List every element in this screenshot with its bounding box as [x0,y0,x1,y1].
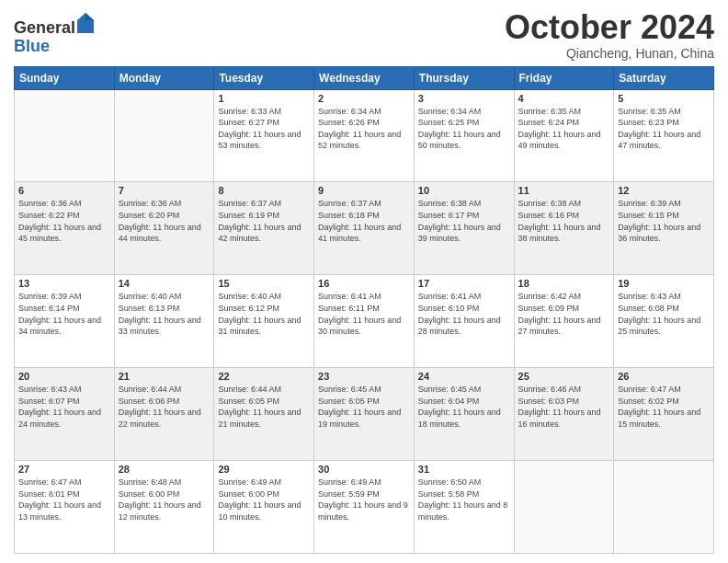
day-cell-15: 13Sunrise: 6:39 AM Sunset: 6:14 PM Dayli… [15,275,115,368]
day-number: 22 [218,371,310,382]
day-cell-1 [15,89,115,182]
day-info: Sunrise: 6:48 AM Sunset: 6:00 PM Dayligh… [119,477,210,523]
day-number: 18 [518,278,610,289]
day-number: 20 [18,371,110,382]
day-cell-33: 31Sunrise: 6:50 AM Sunset: 5:58 PM Dayli… [414,461,514,554]
day-number: 10 [418,185,510,196]
day-number: 26 [618,371,710,382]
day-cell-9: 7Sunrise: 6:36 AM Sunset: 6:20 PM Daylig… [114,182,214,275]
day-cell-6: 4Sunrise: 6:35 AM Sunset: 6:24 PM Daylig… [514,89,614,182]
location: Qiancheng, Hunan, China [505,46,714,61]
day-number: 13 [18,278,110,289]
day-info: Sunrise: 6:43 AM Sunset: 6:08 PM Dayligh… [618,291,710,337]
day-number: 27 [18,464,110,475]
page: General Blue October 2024 Qiancheng, Hun… [0,0,728,563]
weekday-header-row: Sunday Monday Tuesday Wednesday Thursday… [15,66,714,89]
day-cell-10: 8Sunrise: 6:37 AM Sunset: 6:19 PM Daylig… [214,182,314,275]
header-saturday: Saturday [614,66,714,89]
day-cell-18: 16Sunrise: 6:41 AM Sunset: 6:11 PM Dayli… [314,275,415,368]
day-info: Sunrise: 6:47 AM Sunset: 6:01 PM Dayligh… [18,477,110,523]
day-cell-16: 14Sunrise: 6:40 AM Sunset: 6:13 PM Dayli… [114,275,214,368]
svg-marker-1 [85,13,94,20]
header-monday: Monday [114,66,214,89]
day-info: Sunrise: 6:36 AM Sunset: 6:20 PM Dayligh… [119,198,210,244]
logo-general: General [14,18,75,37]
calendar-table: Sunday Monday Tuesday Wednesday Thursday… [14,66,714,554]
day-info: Sunrise: 6:38 AM Sunset: 6:17 PM Dayligh… [418,198,510,244]
day-number: 6 [18,185,110,196]
day-cell-20: 18Sunrise: 6:42 AM Sunset: 6:09 PM Dayli… [514,275,614,368]
day-cell-3: 1Sunrise: 6:33 AM Sunset: 6:27 PM Daylig… [214,89,314,182]
day-cell-24: 22Sunrise: 6:44 AM Sunset: 6:05 PM Dayli… [214,368,314,461]
day-info: Sunrise: 6:44 AM Sunset: 6:05 PM Dayligh… [218,384,310,430]
title-block: October 2024 Qiancheng, Hunan, China [505,9,714,61]
header-wednesday: Wednesday [314,66,415,89]
day-cell-13: 11Sunrise: 6:38 AM Sunset: 6:16 PM Dayli… [514,182,614,275]
day-number: 1 [218,93,310,104]
day-cell-27: 25Sunrise: 6:46 AM Sunset: 6:03 PM Dayli… [514,368,614,461]
logo-icon [77,13,94,33]
day-cell-5: 3Sunrise: 6:34 AM Sunset: 6:25 PM Daylig… [414,89,514,182]
day-number: 9 [318,185,410,196]
day-number: 8 [218,185,310,196]
header-sunday: Sunday [15,66,115,89]
day-info: Sunrise: 6:36 AM Sunset: 6:22 PM Dayligh… [18,198,110,244]
day-info: Sunrise: 6:41 AM Sunset: 6:10 PM Dayligh… [418,291,510,337]
day-number: 15 [218,278,310,289]
day-cell-8: 6Sunrise: 6:36 AM Sunset: 6:22 PM Daylig… [15,182,115,275]
header: General Blue October 2024 Qiancheng, Hun… [14,9,714,61]
week-row-5: 27Sunrise: 6:47 AM Sunset: 6:01 PM Dayli… [15,461,714,554]
day-cell-34 [514,461,614,554]
day-cell-28: 26Sunrise: 6:47 AM Sunset: 6:02 PM Dayli… [614,368,714,461]
day-info: Sunrise: 6:39 AM Sunset: 6:14 PM Dayligh… [18,291,110,337]
day-info: Sunrise: 6:44 AM Sunset: 6:06 PM Dayligh… [119,384,210,430]
day-number: 3 [418,93,510,104]
day-cell-22: 20Sunrise: 6:43 AM Sunset: 6:07 PM Dayli… [15,368,115,461]
day-cell-17: 15Sunrise: 6:40 AM Sunset: 6:12 PM Dayli… [214,275,314,368]
day-info: Sunrise: 6:40 AM Sunset: 6:13 PM Dayligh… [119,291,210,337]
day-cell-30: 28Sunrise: 6:48 AM Sunset: 6:00 PM Dayli… [114,461,214,554]
day-cell-2 [114,89,214,182]
week-row-3: 13Sunrise: 6:39 AM Sunset: 6:14 PM Dayli… [15,275,714,368]
day-cell-11: 9Sunrise: 6:37 AM Sunset: 6:18 PM Daylig… [314,182,415,275]
day-info: Sunrise: 6:47 AM Sunset: 6:02 PM Dayligh… [618,384,710,430]
day-info: Sunrise: 6:35 AM Sunset: 6:24 PM Dayligh… [518,106,610,152]
header-friday: Friday [514,66,614,89]
day-cell-14: 12Sunrise: 6:39 AM Sunset: 6:15 PM Dayli… [614,182,714,275]
day-cell-35 [614,461,714,554]
day-info: Sunrise: 6:37 AM Sunset: 6:19 PM Dayligh… [218,198,310,244]
day-info: Sunrise: 6:43 AM Sunset: 6:07 PM Dayligh… [18,384,110,430]
day-number: 29 [218,464,310,475]
day-info: Sunrise: 6:49 AM Sunset: 6:00 PM Dayligh… [218,477,310,523]
day-number: 7 [119,185,210,196]
day-info: Sunrise: 6:38 AM Sunset: 6:16 PM Dayligh… [518,198,610,244]
day-cell-21: 19Sunrise: 6:43 AM Sunset: 6:08 PM Dayli… [614,275,714,368]
day-number: 14 [119,278,210,289]
day-number: 4 [518,93,610,104]
day-cell-31: 29Sunrise: 6:49 AM Sunset: 6:00 PM Dayli… [214,461,314,554]
day-info: Sunrise: 6:34 AM Sunset: 6:25 PM Dayligh… [418,106,510,152]
day-info: Sunrise: 6:45 AM Sunset: 6:05 PM Dayligh… [318,384,410,430]
week-row-4: 20Sunrise: 6:43 AM Sunset: 6:07 PM Dayli… [15,368,714,461]
day-info: Sunrise: 6:49 AM Sunset: 5:59 PM Dayligh… [318,477,410,523]
day-info: Sunrise: 6:50 AM Sunset: 5:58 PM Dayligh… [418,477,510,523]
day-number: 23 [318,371,410,382]
day-info: Sunrise: 6:39 AM Sunset: 6:15 PM Dayligh… [618,198,710,244]
day-number: 19 [618,278,710,289]
day-cell-32: 30Sunrise: 6:49 AM Sunset: 5:59 PM Dayli… [314,461,415,554]
logo: General Blue [14,13,94,56]
logo-text: General Blue [14,13,94,56]
logo-blue: Blue [14,37,50,55]
day-number: 30 [318,464,410,475]
header-thursday: Thursday [414,66,514,89]
day-number: 2 [318,93,410,104]
day-cell-4: 2Sunrise: 6:34 AM Sunset: 6:26 PM Daylig… [314,89,415,182]
day-info: Sunrise: 6:37 AM Sunset: 6:18 PM Dayligh… [318,198,410,244]
day-cell-12: 10Sunrise: 6:38 AM Sunset: 6:17 PM Dayli… [414,182,514,275]
day-info: Sunrise: 6:42 AM Sunset: 6:09 PM Dayligh… [518,291,610,337]
day-cell-7: 5Sunrise: 6:35 AM Sunset: 6:23 PM Daylig… [614,89,714,182]
month-title: October 2024 [505,9,714,46]
day-number: 12 [618,185,710,196]
day-cell-26: 24Sunrise: 6:45 AM Sunset: 6:04 PM Dayli… [414,368,514,461]
day-info: Sunrise: 6:45 AM Sunset: 6:04 PM Dayligh… [418,384,510,430]
